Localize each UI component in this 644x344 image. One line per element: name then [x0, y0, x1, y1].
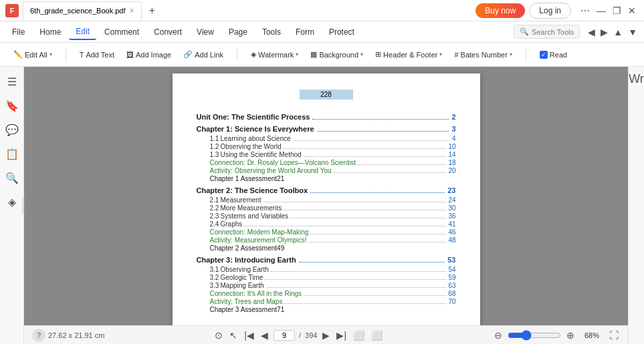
connection-1-page: 18	[448, 159, 455, 166]
help-button[interactable]: ?	[32, 329, 45, 342]
background-icon: ▦	[310, 50, 317, 59]
menu-convert[interactable]: Convert	[147, 25, 189, 39]
menu-file[interactable]: File	[5, 25, 31, 39]
scan-button[interactable]: ⊙	[213, 330, 224, 341]
watermark-icon: ◈	[251, 50, 256, 59]
row-2-2-dots	[284, 210, 446, 210]
sidebar-pages-icon[interactable]: 📋	[3, 144, 21, 163]
sep-2	[237, 48, 237, 61]
row-3-3-dots	[266, 287, 447, 288]
bates-number-button[interactable]: # Bates Number ▾	[449, 48, 517, 61]
page-header: 228	[197, 90, 456, 108]
row-2-1-text: Measurement	[221, 196, 261, 204]
assessment-2-page: 49	[277, 244, 284, 252]
row-3-2-num: 3.2	[210, 274, 221, 281]
row-1-3-page: 14	[448, 151, 455, 158]
unit-one-dots	[312, 119, 449, 120]
sidebar-comment-icon[interactable]: 💬	[3, 120, 21, 139]
pointer-button[interactable]: ↖	[228, 330, 239, 341]
sidebar-search-icon[interactable]: 🔍	[3, 168, 21, 187]
last-page-button[interactable]: ▶|	[335, 330, 348, 341]
row-3-2-text: Geologic Time	[221, 274, 263, 281]
search-tools-box[interactable]: 🔍 Search Tools	[514, 25, 580, 39]
zoom-percent: 68%	[580, 331, 604, 339]
row-2-4-dots	[244, 226, 446, 226]
add-text-icon: T	[80, 51, 84, 59]
background-button[interactable]: ▦ Background ▾	[305, 47, 368, 61]
row-1-2-num: 1.2	[210, 143, 221, 150]
fit-width-button[interactable]: ⬜	[370, 330, 384, 341]
sidebar-left: ☰ 🔖 💬 📋 🔍 ◈ ›	[0, 67, 24, 344]
nav-forward-button[interactable]: ▶	[599, 25, 609, 39]
toc-connection-2: Connection: Modern Map-Making 46	[197, 228, 456, 236]
sidebar-layers-icon[interactable]: ◈	[3, 192, 21, 211]
toc-unit-one: Unit One: The Scientific Process 2	[197, 113, 456, 121]
menu-bar: File Home Edit Comment Convert View Page…	[0, 21, 644, 43]
close-tab-button[interactable]: ×	[130, 6, 134, 15]
right-wr-icon[interactable]: Wr	[630, 72, 643, 85]
add-image-button[interactable]: 🖼 Add Image	[121, 48, 177, 61]
toc-row-3-1: 3.1 Observing Earth 54	[197, 266, 456, 273]
chapter-3: Chapter 3: Introducing Earth 53	[197, 256, 456, 264]
menu-view[interactable]: View	[190, 25, 221, 39]
activity-3-page: 70	[448, 298, 455, 305]
sidebar-bookmark-icon[interactable]: 🔖	[3, 96, 21, 115]
nav-back-button[interactable]: ◀	[586, 25, 597, 39]
row-3-2-page: 59	[448, 274, 455, 281]
nav-down-button[interactable]: ▼	[627, 25, 639, 39]
menu-page[interactable]: Page	[222, 25, 254, 39]
active-tab[interactable]: 6th_grade_science_Book.pdf ×	[23, 1, 142, 20]
add-text-button[interactable]: T Add Text	[74, 48, 120, 61]
restore-button[interactable]: ❐	[610, 4, 624, 17]
tab-bar: 6th_grade_science_Book.pdf × +	[23, 1, 471, 20]
row-1-1-page: 4	[452, 135, 456, 142]
chapter-1-dots	[317, 131, 449, 132]
unit-one-label: Unit One: The Scientific Process	[197, 113, 310, 121]
window-menu-button[interactable]: ⋯	[578, 4, 593, 17]
sidebar-right: Wr	[628, 67, 644, 344]
full-screen-button[interactable]: ⛶	[608, 330, 620, 341]
first-page-button[interactable]: |◀	[243, 330, 255, 341]
watermark-button[interactable]: ◈ Watermark ▾	[245, 47, 304, 61]
fit-page-button[interactable]: ⬜	[352, 330, 366, 341]
menu-edit[interactable]: Edit	[69, 24, 96, 40]
new-tab-button[interactable]: +	[144, 3, 160, 19]
menu-home[interactable]: Home	[33, 25, 68, 39]
read-button[interactable]: ✓ Read	[534, 48, 572, 61]
next-page-button[interactable]: ▶	[321, 330, 331, 341]
chapter-1-label: Chapter 1: Science Is Everywhere	[197, 125, 314, 133]
menu-tools[interactable]: Tools	[255, 25, 288, 39]
current-page-input[interactable]	[274, 330, 295, 341]
minimize-button[interactable]: —	[594, 4, 609, 17]
menu-protect[interactable]: Protect	[322, 25, 361, 39]
row-3-1-dots	[271, 271, 447, 272]
nav-up-button[interactable]: ▲	[612, 25, 624, 39]
watermark-arrow: ▾	[296, 51, 298, 57]
assessment-3-text: Chapter 3 Assessment	[210, 306, 278, 313]
menu-form[interactable]: Form	[289, 25, 321, 39]
menu-comment[interactable]: Comment	[98, 25, 146, 39]
zoom-slider[interactable]	[508, 330, 561, 341]
assessment-1-text: Chapter 1 Assessment	[210, 175, 278, 182]
format-group: ◈ Watermark ▾ ▦ Background ▾ ⊞ Header & …	[243, 47, 520, 61]
close-button[interactable]: ✕	[625, 4, 639, 17]
toc-row-1-3: 1.3 Using the Scientific Method 14	[197, 151, 456, 158]
zoom-in-button[interactable]: ⊕	[565, 330, 576, 341]
row-2-2-num: 2.2	[210, 204, 221, 212]
sep-3	[526, 48, 526, 61]
chapter-2-label: Chapter 2: The Science Toolbox	[197, 186, 308, 194]
sidebar-thumbnail-icon[interactable]: ☰	[3, 72, 21, 91]
insert-group: T Add Text 🖼 Add Image 🔗 Add Link	[72, 47, 231, 61]
edit-all-button[interactable]: ✏️ Edit All ▾	[8, 47, 58, 61]
toc-row-3-3: 3.3 Mapping Earth 63	[197, 282, 456, 289]
toc-activity-1: Activity: Observing the World Around You…	[197, 167, 456, 174]
zoom-out-button[interactable]: ⊖	[493, 330, 504, 341]
toc-row-3-2: 3.2 Geologic Time 59	[197, 274, 456, 281]
row-2-1-num: 2.1	[210, 196, 221, 204]
header-footer-button[interactable]: ⊞ Header & Footer ▾	[370, 47, 447, 61]
login-button[interactable]: Log in	[529, 3, 571, 19]
add-link-button[interactable]: 🔗 Add Link	[178, 47, 229, 61]
header-footer-arrow: ▾	[439, 51, 442, 57]
buy-now-button[interactable]: Buy now	[475, 3, 525, 18]
prev-page-button[interactable]: ◀	[259, 330, 270, 341]
